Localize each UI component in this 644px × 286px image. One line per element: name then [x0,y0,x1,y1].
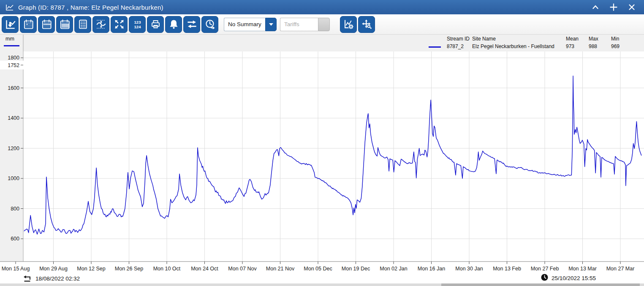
footer: 18/08/2022 02:32 25/10/2022 15:55 [0,273,644,283]
plot-canvas[interactable]: Mon 15 AugMon 29 AugMon 12 SepMon 26 Sep… [0,35,644,273]
svg-text:124: 124 [134,24,141,29]
line-chart-icon [5,3,14,12]
legend-stream-id: 8787_2 [447,43,464,49]
calendar-day-icon [23,19,34,30]
compare-series-button[interactable] [183,16,200,33]
x-tick-label: Mon 29 Aug [39,266,68,272]
calendar-week-button[interactable] [38,16,55,33]
legend-min-value: 969 [611,43,620,49]
y-tick-label: 1800 [8,55,19,61]
x-tick-label: Mon 10 Oct [153,266,181,272]
legend-mean-value: 973 [566,43,574,49]
summary-select-caret-button[interactable] [265,18,277,31]
print-icon [150,19,161,30]
legend-header-max: Max [589,36,598,42]
x-tick-label: Mon 27 Mar [606,266,635,272]
y-tick-label: 800 [11,206,19,212]
horizontal-scrollbar[interactable] [0,283,644,286]
time-shift-button[interactable] [201,16,218,33]
toolbar: 123 124 No Summary [0,14,644,35]
close-button[interactable] [628,3,636,11]
print-button[interactable] [147,16,164,33]
save-graph-button[interactable] [2,16,19,33]
calendar-week-icon [41,19,52,30]
collapse-button[interactable] [592,3,599,11]
add-button[interactable] [609,3,618,11]
x-tick-label: Mon 02 Jan [380,266,407,272]
y-tick-label: 1600 [8,85,19,91]
x-tick-label: Mon 27 Feb [531,266,559,272]
autoscale-y-icon [95,19,107,30]
x-tick-label: Mon 05 Dec [304,266,332,272]
x-tick-label: Mon 13 Mar [568,266,597,272]
window-titlebar: Graph (ID: 8787 , Name: Elz Pegel Neckar… [0,0,644,14]
legend-header-stream-id: Stream ID [447,36,470,42]
graph-window: Graph (ID: 8787 , Name: Elz Pegel Neckar… [0,0,644,286]
summary-select[interactable]: No Summary [224,18,277,31]
pan-key-icon [361,19,372,30]
save-graph-icon [5,19,16,30]
x-tick-label: Mon 19 Dec [342,266,370,272]
graph-settings-icon [343,19,354,30]
summary-select-value: No Summary [224,18,265,31]
period-start-time: 18/08/2022 02:32 [35,275,80,282]
show-values-button[interactable]: 123 124 [129,16,146,33]
time-shift-icon [204,19,216,30]
legend-series-swatch [429,46,441,48]
legend-max-value: 988 [589,43,597,49]
calendar-day-button[interactable] [20,16,37,33]
alarm-button[interactable] [165,16,182,33]
zoom-extents-button[interactable] [111,16,128,33]
y-tick-label: 600 [11,236,19,242]
x-tick-label: Mon 15 Aug [2,266,30,272]
autoscale-y-button[interactable] [92,16,109,33]
x-tick-label: Mon 30 Jan [455,266,483,272]
y-tick-label: 1400 [8,115,19,121]
legend: Stream ID Site Name Mean Max Min 8787_2 … [0,35,644,51]
jump-to-start-icon[interactable] [23,274,32,283]
y-tick-label: 1000 [8,175,19,181]
calendar-month-button[interactable] [56,16,73,33]
x-tick-label: Mon 13 Feb [493,266,521,272]
svg-text:123: 123 [134,20,141,24]
legend-header-min: Min [611,36,619,42]
legend-header-mean: Mean [566,36,579,42]
chevron-down-icon [269,23,273,26]
period-end-time: 25/10/2022 15:55 [552,275,596,281]
x-tick-label: Mon 07 Nov [228,266,257,272]
zoom-extents-icon [114,19,125,30]
x-tick-label: Mon 26 Sep [115,266,143,272]
alarm-icon [168,19,179,30]
legend-site-name: Elz Pegel Neckarburken - Fuellstand [472,43,554,49]
data-table-icon [77,19,89,30]
x-tick-label: Mon 21 Nov [266,266,295,272]
x-tick-label: Mon 12 Sep [77,266,105,272]
series-line [24,76,641,234]
legend-header-site-name: Site Name [472,36,496,42]
calendar-month-icon [59,19,71,30]
pan-key-button[interactable] [358,16,375,33]
graph-settings-button[interactable] [340,16,357,33]
scrollbar-thumb[interactable] [441,283,640,286]
x-tick-label: Mon 16 Jan [418,266,445,272]
compare-series-icon [186,19,198,30]
clock-icon [541,274,548,282]
show-values-icon: 123 124 [132,19,143,30]
x-tick-label: Mon 24 Oct [191,266,218,272]
y-tick-label: 1200 [8,146,19,151]
y-marker-label: 1752 [8,62,19,68]
data-table-button[interactable] [74,16,91,33]
tariffs-dropdown-button[interactable] [318,18,330,31]
tariffs-input[interactable] [280,18,318,31]
chart-area: Mon 15 AugMon 29 AugMon 12 SepMon 26 Sep… [0,35,644,273]
window-title: Graph (ID: 8787 , Name: Elz Pegel Neckar… [18,4,163,11]
